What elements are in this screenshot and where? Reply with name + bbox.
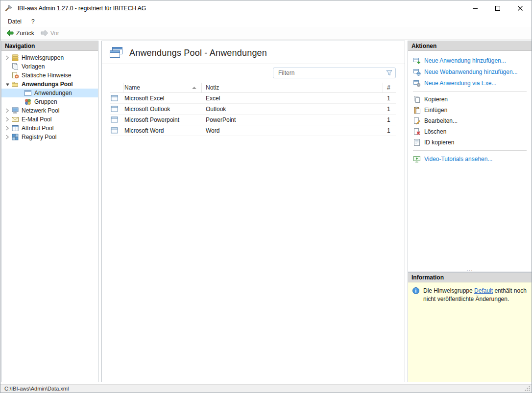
network-icon [11,107,19,115]
action-video-tutorials[interactable]: Video-Tutorials ansehen... [413,153,527,164]
action-paste[interactable]: Einfügen [413,105,527,116]
action-copy[interactable]: Kopieren [413,94,527,105]
nav-item-registry-pool[interactable]: Registry Pool [1,133,98,141]
menubar: Datei ? [0,16,532,27]
action-label: Kopieren [424,96,448,103]
nav-item-vorlagen[interactable]: Vorlagen [1,62,98,71]
window-title: IBI-aws Admin 1.27.0 - registriert für I… [18,5,146,12]
forward-button[interactable]: Vor [37,28,62,38]
cell-name: Microsoft Word [123,127,202,134]
actions-separator [413,91,527,92]
action-label: Video-Tutorials ansehen... [424,156,492,162]
nav-item-label: Anwendungs Pool [22,81,73,88]
resize-grip-icon[interactable] [524,385,531,392]
applications-table: Name Notiz # Microsoft Excel Excel 1 Mic… [110,83,396,136]
filter-box [273,68,396,78]
table-row[interactable]: Microsoft Word Word 1 [110,125,396,136]
new-application-exe-icon [413,79,421,87]
nav-item-label: Gruppen [34,98,57,105]
nav-item-label: Hinweisgruppen [22,54,64,61]
action-label: Neue Anwendung hinzufügen... [424,57,506,64]
menu-datei[interactable]: Datei [3,17,26,26]
action-label: Neue Webanwendung hinzufügen... [424,69,518,75]
action-new-application[interactable]: Neue Anwendung hinzufügen... [413,55,527,66]
column-header-count[interactable]: # [383,83,397,92]
action-copy-id[interactable]: ID kopieren [413,137,527,148]
applications-icon [109,46,123,59]
expand-chevron-icon[interactable] [3,124,11,132]
maximize-icon [495,6,500,11]
actions-separator [413,150,527,151]
menu-help[interactable]: ? [26,17,40,26]
action-delete[interactable]: Löschen [413,126,527,137]
cell-count: 1 [383,116,397,123]
new-application-icon [413,57,421,65]
nav-item-label: Netzwerk Pool [22,107,59,114]
app-icon [5,4,13,12]
expander-spacer [3,63,11,70]
application-window-icon [110,95,123,101]
table-row[interactable]: Microsoft Powerpoint PowerPoint 1 [110,115,396,125]
table-header-row: Name Notiz # [110,83,396,93]
expand-chevron-icon[interactable] [3,54,11,62]
actions-panel: Aktionen Neue Anwendung hinzufügen... [408,41,532,272]
close-icon [518,6,523,11]
nav-item-attribut-pool[interactable]: Attribut Pool [1,124,98,133]
main-header: Anwendungs Pool - Anwendungen [102,41,405,64]
application-window-icon [110,116,123,123]
nav-item-gruppen[interactable]: Gruppen [1,97,98,106]
information-header: Information [408,273,532,282]
expand-chevron-icon[interactable] [3,133,11,141]
column-header-icon [110,83,123,92]
expand-chevron-icon[interactable] [3,107,11,115]
expander-spacer [16,98,24,106]
groups-icon [24,98,32,106]
collapse-triangle-icon[interactable] [3,80,11,88]
close-button[interactable] [509,0,532,16]
nav-item-statische-hinweise[interactable]: Statische Hinweise [1,71,98,80]
action-label: Neue Anwendung via Exe... [424,80,496,87]
nav-item-label: Vorlagen [22,63,45,70]
column-header-name[interactable]: Name [123,83,202,92]
action-new-application-via-exe[interactable]: Neue Anwendung via Exe... [413,77,527,89]
notice-groups-icon [11,54,19,62]
nav-item-netzwerk-pool[interactable]: Netzwerk Pool [1,106,98,115]
cell-notiz: PowerPoint [202,116,383,123]
nav-item-anwendungs-pool[interactable]: Anwendungs Pool [1,80,98,89]
edit-icon [413,117,421,125]
application-window-icon [110,106,123,112]
app-window: IBI-aws Admin 1.27.0 - registriert für I… [0,0,532,393]
navigation-tree: Hinweisgruppen Vorlagen [1,51,98,382]
nav-item-anwendungen[interactable]: Anwendungen [1,89,98,97]
static-notices-icon [11,71,19,79]
actions-header: Aktionen [408,41,532,51]
copy-id-icon [413,139,421,146]
cell-count: 1 [383,106,397,113]
actions-body: Neue Anwendung hinzufügen... Neue Webanw… [408,51,532,272]
filter-icon[interactable] [386,70,392,76]
info-text-before: Die Hinweisgruppe [423,287,474,294]
nav-item-email-pool[interactable]: E-Mail Pool [1,115,98,124]
maximize-button[interactable] [486,0,509,16]
filter-input[interactable] [273,69,386,76]
application-window-icon [110,127,123,134]
action-edit[interactable]: Bearbeiten... [413,116,527,126]
delete-icon [413,128,421,136]
copy-icon [413,95,421,103]
back-label: Zurück [16,30,34,37]
action-label: ID kopieren [424,139,454,146]
table-row[interactable]: Microsoft Excel Excel 1 [110,93,396,104]
nav-item-label: Registry Pool [22,134,56,140]
action-new-web-application[interactable]: Neue Webanwendung hinzufügen... [413,66,527,77]
actions-overflow-indicator[interactable]: ... [408,267,532,271]
back-button[interactable]: Zurück [3,28,37,38]
navigation-panel: Navigation Hinweisgruppen [1,41,98,382]
column-header-notiz[interactable]: Notiz [202,83,383,92]
default-group-link[interactable]: Default [474,287,493,294]
minimize-button[interactable] [464,0,486,16]
expander-spacer [16,89,24,97]
expand-chevron-icon[interactable] [3,116,11,123]
table-row[interactable]: Microsoft Outlook Outlook 1 [110,104,396,115]
nav-item-hinweisgruppen[interactable]: Hinweisgruppen [1,53,98,62]
new-web-application-icon [413,68,421,76]
